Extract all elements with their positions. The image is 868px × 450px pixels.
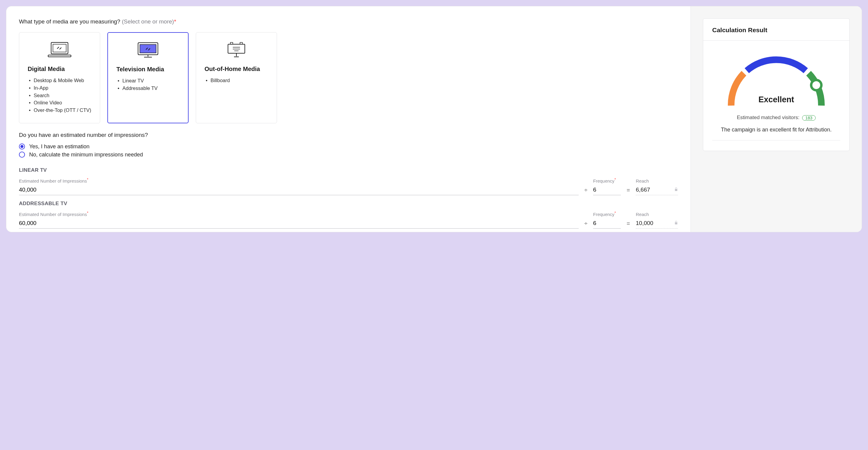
radio-option-no[interactable]: No, calculate the minimum impressions ne… [19, 151, 678, 159]
svg-line-2 [57, 47, 59, 49]
divide-symbol: ÷ [583, 220, 589, 229]
radio-icon [19, 144, 25, 150]
impressions-question: Do you have an estimated number of impre… [19, 132, 678, 138]
list-item: Over-the-Top (OTT / CTV) [29, 107, 91, 114]
label-impressions: Estimated Number of Impressions* [19, 211, 579, 217]
field-impressions: Estimated Number of Impressions* [19, 211, 579, 229]
label-impressions: Estimated Number of Impressions* [19, 178, 579, 183]
estimated-visitors-line: Estimated matched visitors: 183 [712, 115, 840, 121]
card-television-media[interactable]: Television Media Linear TV Addressable T… [107, 32, 189, 123]
result-summary: The campaign is an excellent fit for Att… [712, 127, 840, 133]
list-item: Search [29, 92, 91, 99]
question-hint: (Select one or more) [122, 18, 174, 25]
config-panel: What type of media are you measuring? (S… [6, 6, 862, 232]
input-impressions-linear[interactable] [19, 185, 579, 195]
est-label: Estimated matched visitors: [737, 115, 799, 120]
card-ooh-media[interactable]: Out-of-Home Media Billboard [196, 32, 277, 123]
calc-row-linear: Estimated Number of Impressions* ÷ Frequ… [19, 178, 678, 195]
left-column: What type of media are you measuring? (S… [6, 6, 691, 232]
equals-symbol: = [625, 187, 631, 195]
required-asterisk: * [174, 18, 176, 25]
label-frequency: Frequency* [593, 178, 621, 183]
list-item: Online Video [29, 99, 91, 107]
card-item-list: Billboard [205, 77, 268, 84]
field-reach: Reach 10,000 [636, 212, 678, 229]
svg-rect-6 [140, 44, 156, 53]
radio-label: No, calculate the minimum impressions ne… [29, 151, 143, 159]
field-frequency: Frequency* [593, 211, 621, 229]
result-card: Calculation Result Excellent Estimated m… [703, 18, 850, 151]
field-reach: Reach 6,667 [636, 178, 678, 195]
lock-icon [674, 187, 678, 192]
equals-symbol: = [625, 220, 631, 229]
list-item: Desktop & Mobile Web [29, 77, 91, 84]
reach-value: 10,000 [636, 220, 653, 227]
field-frequency: Frequency* [593, 178, 621, 195]
radio-option-yes[interactable]: Yes, I have an estimation [19, 143, 678, 151]
gauge-chart: Excellent [725, 52, 828, 109]
media-type-question: What type of media are you measuring? (S… [19, 18, 678, 25]
laptop-icon [28, 40, 91, 59]
card-item-list: Linear TV Addressable TV [116, 77, 180, 92]
calc-row-addressable: Estimated Number of Impressions* ÷ Frequ… [19, 211, 678, 229]
impressions-radio-group: Yes, I have an estimation No, calculate … [19, 143, 678, 159]
svg-rect-4 [48, 55, 71, 57]
card-title: Television Media [116, 66, 180, 73]
list-item: Addressable TV [118, 85, 180, 92]
media-type-cards: Digital Media Desktop & Mobile Web In-Ap… [19, 32, 678, 123]
readonly-reach-linear: 6,667 [636, 185, 678, 195]
radio-icon [19, 152, 25, 158]
list-item: Linear TV [118, 77, 180, 85]
radio-label: Yes, I have an estimation [29, 143, 89, 151]
card-digital-media[interactable]: Digital Media Desktop & Mobile Web In-Ap… [19, 32, 100, 123]
field-impressions: Estimated Number of Impressions* [19, 178, 579, 195]
svg-rect-11 [228, 44, 245, 53]
tv-icon [116, 40, 180, 59]
card-title: Digital Media [28, 66, 91, 72]
gauge-rating: Excellent [725, 95, 828, 104]
list-item: In-App [29, 84, 91, 92]
input-frequency-linear[interactable] [593, 185, 621, 195]
billboard-icon [205, 40, 268, 59]
est-value-pill: 183 [802, 115, 816, 121]
result-divider [712, 140, 840, 141]
readonly-reach-addressable: 10,000 [636, 218, 678, 229]
required-asterisk: * [87, 178, 88, 182]
label-reach: Reach [636, 212, 678, 217]
required-asterisk: * [615, 211, 616, 215]
reach-value: 6,667 [636, 186, 650, 193]
section-label-addressable: ADDRESSABLE TV [19, 201, 678, 207]
input-frequency-addressable[interactable] [593, 218, 621, 229]
label-frequency: Frequency* [593, 211, 621, 217]
card-item-list: Desktop & Mobile Web In-App Search Onlin… [28, 77, 91, 114]
divide-symbol: ÷ [583, 187, 589, 195]
required-asterisk: * [87, 211, 88, 215]
required-asterisk: * [615, 178, 616, 182]
svg-point-19 [811, 80, 822, 90]
result-body: Excellent Estimated matched visitors: 18… [703, 40, 849, 151]
card-title: Out-of-Home Media [205, 66, 268, 72]
lock-icon [674, 220, 678, 226]
input-impressions-addressable[interactable] [19, 218, 579, 229]
section-label-linear: LINEAR TV [19, 167, 678, 173]
svg-line-3 [60, 48, 61, 49]
result-header: Calculation Result [703, 19, 849, 40]
question-prompt: What type of media are you measuring? [19, 18, 120, 25]
right-column: Calculation Result Excellent Estimated m… [691, 6, 862, 232]
list-item: Billboard [206, 77, 268, 84]
label-reach: Reach [636, 178, 678, 183]
svg-rect-1 [53, 44, 66, 52]
